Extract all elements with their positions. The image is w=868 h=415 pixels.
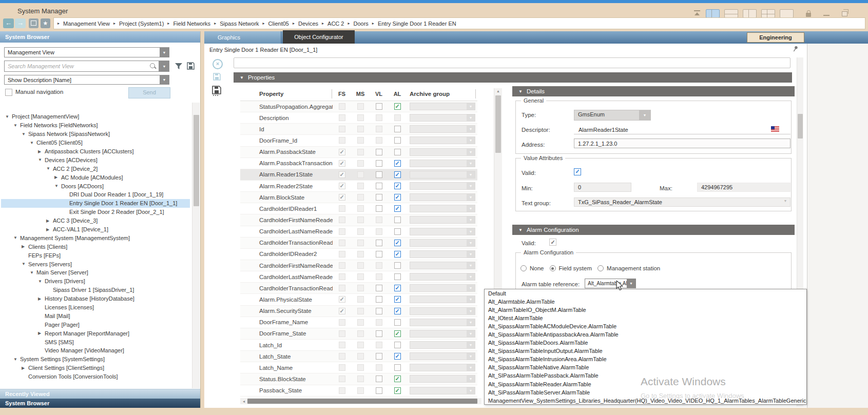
tab-graphics[interactable]: Graphics bbox=[204, 31, 281, 44]
archive-group-dropdown[interactable]: ▼ bbox=[410, 148, 475, 156]
save-search-icon[interactable] bbox=[186, 62, 195, 70]
archive-group-dropdown[interactable]: ▼ bbox=[410, 352, 475, 360]
property-row[interactable]: CardholderLastNameReader▼ bbox=[240, 226, 477, 238]
tree-expanded-icon[interactable]: ▼ bbox=[30, 270, 36, 275]
send-button[interactable]: Send bbox=[128, 87, 170, 98]
archive-group-dropdown[interactable]: ▼ bbox=[410, 171, 475, 179]
tree-node[interactable]: ▼Field Networks [FieldNetworks] bbox=[1, 121, 190, 130]
fs-checkbox[interactable]: ✓ bbox=[339, 183, 345, 189]
tree-expanded-icon[interactable]: ▼ bbox=[30, 141, 36, 145]
vl-checkbox[interactable] bbox=[376, 240, 382, 246]
al-checkbox[interactable]: ✓ bbox=[394, 240, 401, 246]
max-field[interactable]: 4294967295 bbox=[697, 183, 790, 192]
property-row[interactable]: Passback_State✓▼ bbox=[240, 385, 477, 397]
tree-collapsed-icon[interactable]: ▶ bbox=[46, 219, 53, 223]
property-row[interactable]: DoorFrame_Id▼ bbox=[240, 135, 477, 146]
fs-checkbox[interactable]: ✓ bbox=[339, 160, 345, 167]
al-checkbox[interactable]: ✓ bbox=[394, 308, 401, 314]
language-flag-icon[interactable] bbox=[771, 126, 779, 132]
chevron-down-icon[interactable]: ▼ bbox=[627, 279, 635, 288]
archive-group-dropdown[interactable]: ▼ bbox=[410, 239, 475, 247]
tree-node[interactable]: ▶ACC 3 [Device_3] bbox=[1, 216, 190, 225]
al-checkbox[interactable] bbox=[394, 319, 401, 326]
tree-expanded-icon[interactable]: ▼ bbox=[22, 262, 28, 266]
tree-expanded-icon[interactable]: ▼ bbox=[46, 166, 53, 171]
radio-option-none[interactable]: None bbox=[520, 265, 544, 271]
type-dropdown[interactable]: GmsEnum ▼ bbox=[574, 110, 651, 121]
chevron-down-icon[interactable]: ▼ bbox=[467, 149, 475, 155]
radio-option-management-station[interactable]: Management station bbox=[597, 265, 660, 271]
filter-funnel-icon[interactable] bbox=[175, 62, 183, 70]
vl-checkbox[interactable] bbox=[376, 387, 382, 394]
tree-node[interactable]: ▶Report Manager [ReportManager] bbox=[1, 329, 190, 338]
tab-object-configurator[interactable]: Object Configurator bbox=[283, 30, 355, 44]
history-button[interactable] bbox=[29, 18, 38, 28]
save-as-icon[interactable] bbox=[211, 85, 222, 96]
fs-checkbox[interactable]: ✓ bbox=[339, 171, 345, 178]
chevron-down-icon[interactable]: ▼ bbox=[467, 273, 475, 280]
al-checkbox[interactable]: ✓ bbox=[394, 194, 401, 201]
chevron-down-icon[interactable]: ▼ bbox=[160, 75, 169, 84]
property-row[interactable]: StatusPropagation.Aggregat✓▼ bbox=[240, 101, 477, 112]
chevron-down-icon[interactable]: ▼ bbox=[781, 199, 790, 206]
tree-expanded-icon[interactable]: ▼ bbox=[13, 235, 20, 240]
layout-right-icon[interactable] bbox=[743, 9, 757, 18]
address-field[interactable]: 1.27.2.1_1.23.0 bbox=[574, 139, 790, 148]
al-checkbox[interactable]: ✓ bbox=[394, 387, 401, 394]
al-checkbox[interactable] bbox=[394, 262, 401, 269]
archive-group-dropdown[interactable]: ▼ bbox=[410, 387, 475, 394]
details-section-header[interactable]: ▼ Details bbox=[512, 86, 795, 96]
tree-expanded-icon[interactable]: ▼ bbox=[38, 279, 45, 284]
tree-node[interactable]: ▼Devices [ACDevices] bbox=[1, 155, 190, 164]
table-scrollbar-thumb[interactable] bbox=[495, 95, 501, 153]
tree-node[interactable]: SMS [SMS] bbox=[1, 338, 190, 346]
column-header-archive-group[interactable]: Archive group bbox=[407, 91, 477, 97]
al-checkbox[interactable]: ✓ bbox=[394, 160, 401, 167]
fs-checkbox[interactable]: ✓ bbox=[339, 296, 345, 303]
vl-checkbox[interactable] bbox=[376, 296, 382, 303]
minimize-icon[interactable] bbox=[823, 15, 830, 16]
tree-node[interactable]: ▼Management System [ManagementSystem] bbox=[1, 233, 190, 242]
al-checkbox[interactable]: ✓ bbox=[394, 205, 401, 212]
breadcrumb-item[interactable]: Field Networks bbox=[173, 21, 210, 27]
vl-checkbox[interactable] bbox=[376, 194, 382, 201]
chevron-down-icon[interactable]: ▼ bbox=[467, 376, 475, 382]
radio-button[interactable] bbox=[597, 265, 604, 271]
al-checkbox[interactable] bbox=[394, 126, 401, 132]
radio-option-field-system[interactable]: Field system bbox=[550, 265, 592, 271]
archive-group-dropdown[interactable]: ▼ bbox=[410, 262, 475, 269]
chevron-down-icon[interactable]: ▼ bbox=[467, 262, 475, 269]
al-checkbox[interactable]: ✓ bbox=[394, 251, 401, 258]
al-checkbox[interactable]: ✓ bbox=[394, 183, 401, 189]
property-row[interactable]: CardholderLastNameReader.▼ bbox=[240, 271, 477, 283]
layout-left-icon[interactable] bbox=[724, 9, 738, 18]
breadcrumb-item[interactable]: Management View bbox=[63, 21, 110, 27]
fs-checkbox[interactable]: ✓ bbox=[339, 308, 345, 314]
tree-node[interactable]: ▼Project [ManagementView] bbox=[1, 112, 190, 121]
archive-group-dropdown[interactable]: ▼ bbox=[410, 205, 475, 212]
radio-button[interactable] bbox=[550, 265, 556, 271]
descriptor-field[interactable]: AlarmReader1State bbox=[574, 125, 790, 134]
dropdown-option[interactable]: Default bbox=[485, 289, 806, 298]
chevron-down-icon[interactable]: ▼ bbox=[467, 364, 475, 371]
tree-scrollbar-thumb[interactable] bbox=[194, 115, 199, 206]
archive-group-dropdown[interactable]: ▼ bbox=[410, 136, 475, 144]
archive-group-dropdown[interactable]: ▼ bbox=[410, 341, 475, 349]
display-mode-dropdown[interactable]: Show Description [Name] ▼ bbox=[4, 75, 169, 85]
chevron-down-icon[interactable]: ▼ bbox=[467, 137, 475, 144]
archive-group-dropdown[interactable]: ▼ bbox=[410, 228, 475, 235]
al-checkbox[interactable] bbox=[394, 137, 401, 144]
al-checkbox[interactable]: ✓ bbox=[394, 171, 401, 178]
archive-group-dropdown[interactable]: ▼ bbox=[410, 364, 475, 371]
property-row[interactable]: Latch_Name▼ bbox=[240, 362, 477, 373]
alarm-valid-checkbox[interactable]: ✓ bbox=[549, 239, 556, 246]
property-row[interactable]: CardholderTransactionReade✓▼ bbox=[240, 283, 477, 294]
tree-node[interactable]: ▶Client Settings [ClientSettings] bbox=[1, 364, 190, 372]
archive-group-dropdown[interactable]: ▼ bbox=[410, 307, 475, 315]
dropdown-option[interactable]: Alt_SipassAlarmTableNative.AlarmTable bbox=[485, 363, 806, 371]
archive-group-dropdown[interactable]: ▼ bbox=[410, 103, 475, 110]
al-checkbox[interactable] bbox=[394, 273, 401, 280]
tree-node[interactable]: Mail [Mail] bbox=[1, 311, 190, 320]
chevron-down-icon[interactable]: ▼ bbox=[160, 48, 169, 57]
layout-split-icon[interactable] bbox=[706, 9, 720, 18]
